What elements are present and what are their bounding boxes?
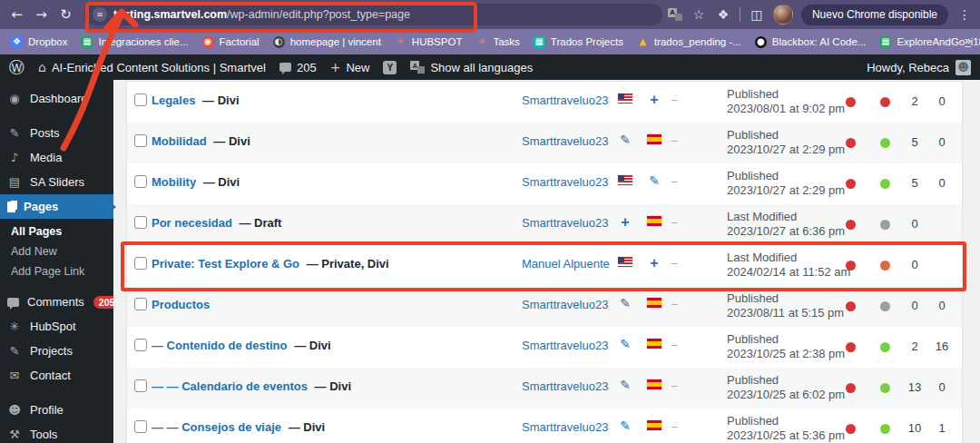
page-title-link[interactable]: — — Calendario de eventos	[152, 379, 308, 393]
translation-en-cell[interactable]: ✎	[615, 420, 635, 432]
bookmark-item[interactable]: ▦ Integraciones clie...	[81, 36, 188, 48]
bookmark-item[interactable]: ▲ trados_pending -...	[637, 36, 741, 48]
sidebar-item[interactable]: ▤ SA Sliders	[0, 170, 113, 194]
author-link[interactable]: Smarttraveluo23	[522, 298, 608, 311]
bookmark-item[interactable]: ✳ Tasks	[475, 36, 519, 48]
row-checkbox[interactable]	[134, 134, 147, 147]
translation-en-cell[interactable]: ✎	[615, 339, 635, 350]
new-label: New	[346, 61, 369, 74]
yoast-admin-icon[interactable]: Y	[383, 61, 397, 74]
page-title-link[interactable]: — — Consejos de viaje	[152, 420, 281, 434]
row-checkbox[interactable]	[134, 257, 147, 270]
reload-icon[interactable]: ↻	[56, 5, 75, 25]
page-state-label: — Private, Divi	[307, 257, 389, 271]
pencil-icon: ✎	[620, 296, 631, 310]
author-link[interactable]: Smarttraveluo23	[522, 175, 608, 189]
translation-en-cell[interactable]: ✎	[615, 379, 635, 391]
show-all-languages-link[interactable]: A Show all languages	[410, 61, 533, 74]
page-title-link[interactable]: — Contenido de destino	[152, 339, 288, 352]
author-link[interactable]: Smarttraveluo23	[522, 339, 608, 352]
incoming-links-count: 0	[931, 176, 953, 190]
translation-en-cell[interactable]: +	[615, 216, 635, 229]
page-title-link[interactable]: Private: Test Explore & Go	[152, 257, 299, 271]
row-checkbox[interactable]	[134, 339, 147, 351]
page-title-link[interactable]: Mobility	[152, 175, 196, 189]
author-link[interactable]: Smarttraveluo23	[522, 420, 608, 434]
row-checkbox[interactable]	[134, 298, 147, 310]
chrome-update-button[interactable]: Nuevo Chrome disponible	[801, 5, 948, 25]
submenu-item[interactable]: Add Page Link	[0, 261, 113, 281]
sidebar-item[interactable]: ⚒ Tools	[0, 422, 113, 443]
back-icon[interactable]: ←	[7, 5, 26, 25]
bookmark-item[interactable]: ✳ HUBSPOT	[395, 36, 463, 48]
media-icon: ♪	[7, 151, 22, 164]
bookmark-item[interactable]: ❖ Dropbox	[11, 36, 67, 48]
sidebar-item[interactable]: ♪ Media	[0, 145, 113, 170]
translation-en-cell[interactable]: ✎	[615, 298, 635, 310]
bookmarks-overflow-icon[interactable]: »	[959, 34, 971, 47]
post-status: Published	[727, 373, 845, 388]
bookmark-item[interactable]: ◐ homepage | vincent	[273, 36, 381, 48]
sidebar-item[interactable]: ◉ Dashboard	[0, 86, 113, 111]
author-link[interactable]: Smarttraveluo23	[522, 134, 608, 148]
translation-es-cell[interactable]	[644, 379, 664, 391]
browser-profile-avatar[interactable]	[773, 5, 793, 25]
submenu-item[interactable]: Add New	[0, 241, 113, 261]
translation-en-cell[interactable]	[615, 175, 635, 187]
translation-en-cell[interactable]: ✎	[615, 134, 635, 146]
sidebar-item[interactable]: ☻ Profile	[0, 398, 113, 422]
translation-es-cell[interactable]: +	[644, 257, 664, 270]
wordpress-logo-icon[interactable]: Ⓦ	[9, 60, 24, 75]
sidebar-item[interactable]: ✳ HubSpot	[0, 314, 113, 339]
new-content-link[interactable]: + New	[330, 61, 370, 74]
bookmark-item[interactable]: ● Blackbox: AI Code...	[755, 36, 867, 48]
page-title-link[interactable]: Mobilidad	[152, 134, 207, 148]
row-checkbox[interactable]	[134, 94, 147, 106]
extensions-icon[interactable]: ❖	[715, 6, 731, 23]
author-link[interactable]: Smarttraveluo23	[522, 379, 608, 393]
translation-en-cell[interactable]	[615, 94, 635, 105]
translate-icon[interactable]: A	[668, 8, 682, 21]
site-name-link[interactable]: ⌂ AI-Enriched Content Solutions | Smartv…	[38, 61, 266, 74]
page-title-link[interactable]: Legales	[152, 94, 195, 107]
translation-es-cell[interactable]	[644, 420, 664, 432]
author-link[interactable]: Manuel Alpuente	[522, 257, 610, 271]
page-title-link[interactable]: Productos	[152, 298, 210, 311]
translation-es-cell[interactable]: +	[644, 94, 664, 106]
bookmark-item[interactable]: ◉ Factorial	[202, 36, 260, 48]
sidebar-item[interactable]: ✎ Posts	[0, 121, 113, 145]
translation-es-cell[interactable]	[644, 216, 664, 228]
translation-es-cell[interactable]	[644, 298, 664, 310]
row-checkbox[interactable]	[134, 420, 147, 433]
submenu-item[interactable]: All Pages	[0, 222, 113, 241]
row-checkbox[interactable]	[134, 216, 147, 229]
site-settings-icon[interactable]: ≡	[93, 7, 107, 22]
page-state-label: — Divi	[289, 420, 325, 434]
sidebar-item[interactable]: Pages	[0, 194, 113, 219]
sidebar-item[interactable]: ✎ Projects	[0, 339, 113, 363]
translation-es-cell[interactable]	[644, 134, 664, 146]
translation-es-cell[interactable]: ✎	[644, 175, 664, 187]
translation-es-cell[interactable]	[644, 339, 664, 350]
bookmark-star-icon[interactable]: ☆	[691, 6, 707, 23]
url-bar[interactable]: ≡ testing.smartvel.com/wp-admin/edit.php…	[84, 4, 662, 25]
admin-comments-link[interactable]: 205	[279, 61, 317, 74]
sidebar-item[interactable]: ✉ Contact	[0, 363, 113, 388]
side-panel-icon[interactable]: ◫	[749, 6, 765, 23]
browser-menu-icon[interactable]: ⋮	[956, 6, 973, 23]
row-checkbox[interactable]	[134, 175, 147, 188]
wp-sidebar: ◉ Dashboard ✎ Posts ♪ Media ▤	[0, 80, 113, 443]
howdy-account-link[interactable]: Howdy, Rebeca ☻	[867, 60, 971, 75]
seo-score-dot	[846, 424, 856, 434]
author-link[interactable]: Smarttraveluo23	[522, 216, 608, 230]
page-title-link[interactable]: Por necesidad	[152, 216, 232, 230]
table-row: Por necesidad — Draft Smarttraveluo23 + …	[127, 204, 962, 245]
forward-icon[interactable]: →	[32, 5, 51, 25]
author-link[interactable]: Smarttraveluo23	[522, 94, 608, 107]
sidebar-item[interactable]: Comments 205	[0, 290, 113, 314]
bookmark-item[interactable]: ▦ Trados Projects	[534, 36, 623, 48]
row-checkbox[interactable]	[134, 379, 147, 392]
hubspot-icon: ✳	[7, 320, 22, 333]
post-date: 2024/02/14 at 11:52 am	[727, 265, 850, 280]
translation-en-cell[interactable]	[615, 257, 635, 269]
